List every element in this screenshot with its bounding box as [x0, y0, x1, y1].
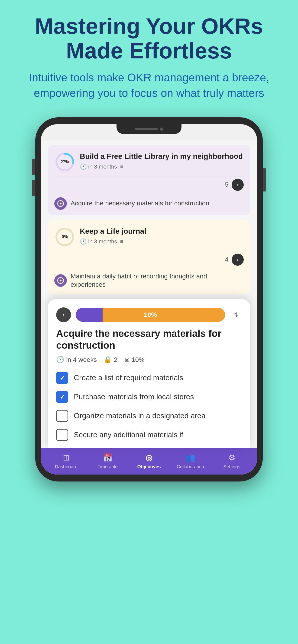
kr-target-icon-2 — [57, 277, 64, 284]
screen-content: 27% Build a Free Little Library in my ne… — [41, 140, 257, 448]
phone-notch-bar — [41, 124, 257, 136]
percent-icon-popup: ⊠ — [124, 356, 130, 364]
objectives-icon: ◎ — [146, 453, 152, 462]
progress-circle-2: 0% — [54, 226, 75, 247]
checkmark-1: ✓ — [60, 374, 65, 382]
popup-collaborators: 🔒 2 — [104, 356, 117, 364]
popup-progress-label: 10% — [144, 311, 157, 318]
clock-icon-popup: 🕐 — [56, 356, 64, 364]
nav-item-settings[interactable]: ⚙ Settings — [218, 453, 246, 470]
phone-notch — [117, 124, 181, 134]
check-label-1: Create a list of required materials — [74, 373, 183, 383]
checkmark-2: ✓ — [60, 393, 65, 401]
okr-1-kr-count: 5 — [225, 181, 228, 188]
okr-card-1-header: 27% Build a Free Little Library in my ne… — [54, 152, 244, 172]
popup-meta: 🕐 in 4 weeks 🔒 2 ⊠ 10% — [56, 356, 242, 364]
nav-label-objectives: Objectives — [137, 464, 161, 470]
hero-title: Mastering Your OKRs Made Effortless — [9, 14, 289, 63]
side-buttons-left — [32, 159, 35, 196]
okr-2-kr-count: 4 — [225, 256, 228, 263]
popup-header: ‹ 10% ⇅ — [56, 308, 242, 322]
nav-item-dashboard[interactable]: ⊞ Dashboard — [52, 453, 80, 470]
popup-card: ‹ 10% ⇅ Acquire the necessary materials … — [48, 299, 250, 448]
clock-icon-1: 🕐 — [80, 164, 87, 170]
okr-2-kr-item: Maintain a daily habit of recording thou… — [54, 268, 244, 295]
checklist: ✓ Create a list of required materials ✓ … — [56, 372, 242, 441]
okr-2-arrow-btn[interactable]: › — [232, 254, 244, 266]
menu-icon-1: ≡ — [120, 164, 123, 170]
okr-2-title: Keep a Life journal — [80, 226, 244, 236]
okr-1-kr-text: Acquire the necessary materials for cons… — [71, 199, 209, 208]
checkbox-2[interactable]: ✓ — [56, 391, 68, 403]
settings-icon: ⚙ — [228, 453, 235, 462]
check-item-2: ✓ Purchase materials from local stores — [56, 391, 242, 403]
filter-button[interactable]: ⇅ — [230, 309, 242, 321]
check-item-1: ✓ Create a list of required materials — [56, 372, 242, 384]
nav-item-objectives[interactable]: ◎ Objectives — [135, 453, 163, 470]
popup-progress-pct: ⊠ 10% — [124, 356, 145, 364]
side-button-right — [263, 168, 266, 192]
checkbox-3[interactable] — [56, 410, 68, 422]
phone-screen: 27% Build a Free Little Library in my ne… — [41, 124, 257, 475]
dashboard-icon: ⊞ — [63, 453, 69, 462]
popup-title: Acquire the necessary materials for cons… — [56, 328, 242, 351]
kr-icon-2 — [54, 274, 67, 287]
okr-2-time: 🕐 in 3 months — [80, 238, 117, 245]
lock-icon-popup: 🔒 — [104, 356, 112, 364]
okr-card-1: 27% Build a Free Little Library in my ne… — [48, 145, 250, 215]
timetable-icon: 📅 — [103, 453, 113, 462]
popup-progress-fill — [76, 308, 103, 322]
okr-1-arrow-btn[interactable]: › — [232, 179, 244, 191]
check-item-4: Secure any additional materials if — [56, 429, 242, 441]
nav-label-dashboard: Dashboard — [55, 464, 78, 470]
back-button[interactable]: ‹ — [56, 308, 71, 322]
notch-line — [135, 128, 158, 130]
okr-card-2-header: 0% Keep a Life journal 🕐 in 3 months ≡ — [54, 226, 244, 247]
check-label-4: Secure any additional materials if — [74, 430, 183, 440]
nav-label-settings: Settings — [223, 464, 240, 470]
svg-text:0%: 0% — [62, 234, 68, 239]
okr-2-meta: 🕐 in 3 months ≡ — [80, 238, 244, 245]
checkbox-4[interactable] — [56, 429, 68, 441]
hero-subtitle: Intuitive tools make OKR management a br… — [9, 70, 289, 101]
okr-card-2: 0% Keep a Life journal 🕐 in 3 months ≡ — [48, 220, 250, 295]
okr-1-meta: 🕐 in 3 months ≡ — [80, 164, 244, 170]
okr-1-title: Build a Free Little Library in my neighb… — [80, 152, 244, 161]
okr-2-divider: 4 › — [54, 251, 244, 268]
check-label-2: Purchase materials from local stores — [74, 392, 194, 402]
phone-mockup: 27% Build a Free Little Library in my ne… — [35, 117, 263, 482]
progress-circle-1: 27% — [54, 152, 75, 172]
okr-2-info: Keep a Life journal 🕐 in 3 months ≡ — [80, 226, 244, 245]
check-label-3: Organize materials in a designated area — [74, 411, 205, 421]
nav-item-collaboration[interactable]: 👥 Collaboration — [176, 453, 204, 470]
menu-icon-2: ≡ — [120, 238, 123, 245]
checkbox-1[interactable]: ✓ — [56, 372, 68, 384]
nav-item-timetable[interactable]: 📅 Timetable — [94, 453, 122, 470]
notch-camera — [160, 128, 163, 131]
okr-1-divider: 5 › — [54, 176, 244, 193]
popup-progress-bar: 10% — [76, 308, 225, 322]
okr-1-kr-item: Acquire the necessary materials for cons… — [54, 193, 244, 215]
okr-1-info: Build a Free Little Library in my neighb… — [80, 152, 244, 170]
okr-2-kr-text: Maintain a daily habit of recording thou… — [71, 272, 244, 289]
check-item-3: Organize materials in a designated area — [56, 410, 242, 422]
clock-icon-2: 🕐 — [80, 238, 87, 245]
svg-text:27%: 27% — [61, 160, 69, 164]
kr-icon-1 — [54, 197, 67, 210]
nav-label-timetable: Timetable — [98, 464, 118, 470]
collaboration-icon: 👥 — [185, 453, 195, 462]
kr-target-icon-1 — [57, 200, 64, 207]
bottom-nav: ⊞ Dashboard 📅 Timetable ◎ Objectives 👥 C… — [41, 448, 257, 474]
nav-label-collaboration: Collaboration — [177, 464, 204, 470]
popup-time: 🕐 in 4 weeks — [56, 356, 97, 364]
okr-1-time: 🕐 in 3 months — [80, 164, 117, 170]
